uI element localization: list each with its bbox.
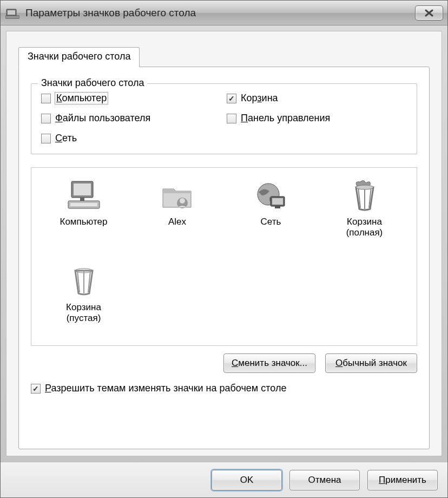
icon-caption: Корзина (пустая) <box>49 302 119 324</box>
checkbox-label-controlpanel[interactable]: Панель управления <box>241 113 330 124</box>
change-icon-button[interactable]: Сменить значок... <box>223 353 315 373</box>
svg-rect-2 <box>5 16 19 18</box>
checkbox-label-userfiles[interactable]: Файлы пользователя <box>55 113 150 124</box>
groupbox-title: Значки рабочего стола <box>38 77 147 89</box>
checkbox-network[interactable] <box>41 134 51 143</box>
icon-button-row: Сменить значок... Обычный значок <box>31 353 417 373</box>
checkbox-label-allow-themes[interactable]: Разрешить темам изменять значки на рабоч… <box>45 383 286 394</box>
window-title: Параметры значков рабочего стола <box>25 7 415 19</box>
icon-item-computer[interactable]: Компьютер <box>39 175 128 257</box>
close-icon <box>424 9 434 17</box>
checkbox-allow-themes[interactable] <box>31 384 41 394</box>
checkbox-label-network[interactable]: Сеть <box>55 133 77 144</box>
groupbox-desktop-icons: Значки рабочего стола Компьютер Корзина … <box>31 83 417 154</box>
computer-icon <box>65 178 103 213</box>
allow-themes-row: Разрешить темам изменять значки на рабоч… <box>31 383 417 394</box>
icon-caption: Компьютер <box>60 217 108 227</box>
binempty-icon <box>65 263 103 299</box>
userfolder-icon <box>159 178 196 213</box>
svg-point-9 <box>180 198 185 204</box>
icon-caption: Сеть <box>261 217 281 227</box>
default-icon-button[interactable]: Обычный значок <box>325 353 417 373</box>
checkbox-label-computer[interactable]: Компьютер <box>55 93 108 104</box>
titlebar: Параметры значков рабочего стола <box>1 1 447 25</box>
checkbox-userfiles[interactable] <box>41 114 51 123</box>
checkbox-recyclebin[interactable] <box>227 94 236 103</box>
icon-caption: Alex <box>168 217 186 227</box>
checkbox-grid: Компьютер Корзина Файлы пользователя Пан… <box>41 93 407 144</box>
checkbox-controlpanel[interactable] <box>227 114 236 123</box>
icon-item-user[interactable]: Alex <box>133 175 222 257</box>
icon-caption: Корзина (полная) <box>330 217 400 239</box>
globe-icon <box>252 178 290 213</box>
ok-button[interactable]: OK <box>212 470 282 490</box>
close-button[interactable] <box>415 5 443 21</box>
dialog-button-bar: OK Отмена Применить <box>1 462 447 497</box>
checkbox-row-recyclebin: Корзина <box>227 93 407 104</box>
checkbox-row-network: Сеть <box>41 133 221 144</box>
binfull-icon <box>346 178 384 213</box>
svg-rect-12 <box>272 198 283 205</box>
icon-preview-panel: КомпьютерAlexСетьКорзина (полная)Корзина… <box>31 167 417 346</box>
svg-rect-7 <box>70 203 97 206</box>
svg-point-14 <box>356 185 373 189</box>
checkbox-row-computer: Компьютер <box>41 93 221 104</box>
icon-grid: КомпьютерAlexСетьКорзина (полная)Корзина… <box>39 175 409 342</box>
tab-body: Значки рабочего стола Компьютер Корзина … <box>18 67 430 449</box>
dialog-content: Значки рабочего стола Значки рабочего ст… <box>6 31 442 456</box>
checkbox-computer[interactable] <box>41 94 51 103</box>
checkbox-row-userfiles: Файлы пользователя <box>41 113 221 124</box>
cancel-button[interactable]: Отмена <box>289 470 360 490</box>
dialog-window: Параметры значков рабочего стола Значки … <box>0 0 448 498</box>
icon-item-bin-empty[interactable]: Корзина (пустая) <box>39 261 128 342</box>
app-icon <box>5 6 20 19</box>
apply-button[interactable]: Применить <box>367 470 438 490</box>
checkbox-label-recyclebin[interactable]: Корзина <box>241 93 278 104</box>
svg-rect-4 <box>74 184 91 195</box>
tab-desktop-icons[interactable]: Значки рабочего стола <box>18 47 140 67</box>
icon-item-network[interactable]: Сеть <box>226 175 315 257</box>
svg-rect-1 <box>8 10 15 15</box>
icon-item-bin-full[interactable]: Корзина (полная) <box>320 175 409 257</box>
svg-rect-13 <box>275 206 280 208</box>
tab-strip: Значки рабочего стола <box>18 47 430 67</box>
checkbox-row-controlpanel: Панель управления <box>227 113 407 124</box>
svg-rect-5 <box>80 198 84 201</box>
